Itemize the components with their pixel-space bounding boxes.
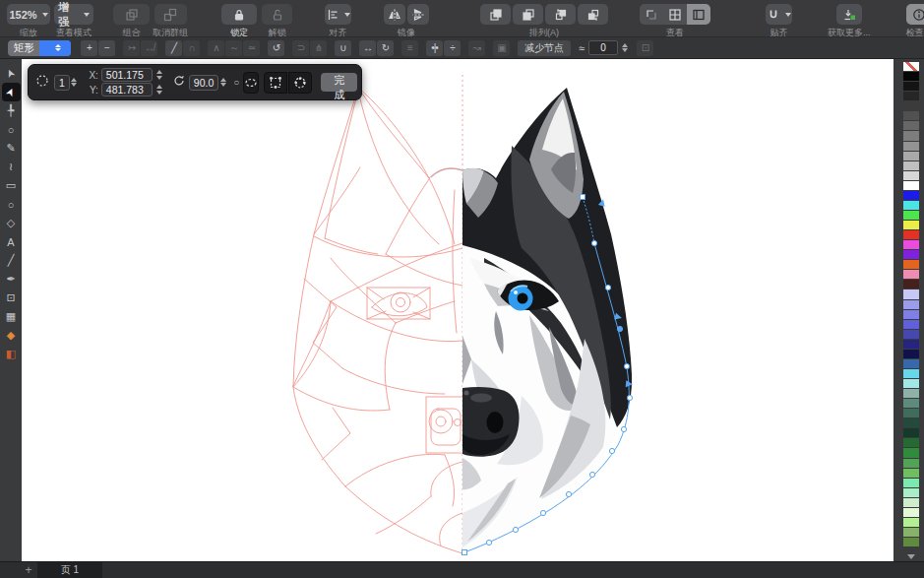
get-more-button[interactable] [836,4,862,25]
reverse-direction-button[interactable]: ↺ [268,40,284,56]
color-swatch-29[interactable] [903,359,919,368]
drop-shadow-tool[interactable]: ⊡ [2,289,21,307]
stretch-nodes-button[interactable]: ↔ [359,40,376,56]
fill-tool[interactable]: ◧ [2,345,21,363]
color-swatch-23[interactable] [903,300,919,309]
text-tool[interactable]: A [2,232,21,251]
delete-node-button[interactable]: − [98,40,115,56]
color-swatch-38[interactable] [903,448,919,457]
view-pixels-button[interactable] [663,4,687,25]
color-swatch-17[interactable] [903,240,919,249]
color-swatch-39[interactable] [903,459,919,468]
rotate-skew-nodes-button[interactable]: ↻ [377,40,394,56]
color-swatch-46[interactable] [903,528,919,537]
color-swatch-11[interactable] [903,181,919,190]
rectangle-tool[interactable]: ▭ [2,176,21,195]
pen-tool[interactable]: ✒ [2,270,21,289]
inspector-button[interactable] [906,4,924,25]
line-tool[interactable]: ╱ [2,251,21,270]
edit-nodes-mode-button[interactable] [264,72,287,94]
color-swatch-34[interactable] [903,409,919,417]
pick-tool[interactable]: ➤ [2,64,21,83]
color-swatch-40[interactable] [903,469,919,478]
canvas[interactable]: 1 X: 501.175 Y: 481.783 90.0 [22,59,893,561]
color-swatch-21[interactable] [903,280,919,289]
color-swatch-30[interactable] [903,369,919,378]
crop-tool[interactable]: ╄ [2,101,21,120]
rotation-angle-field[interactable]: 90.0 [189,75,218,91]
color-swatch-43[interactable] [903,498,919,507]
polygon-tool[interactable]: ◇ [2,214,21,232]
convert-to-line-button[interactable]: ╱ [165,40,182,56]
mirror-horizontal-button[interactable] [384,4,405,25]
copies-stepper[interactable] [70,75,79,90]
y-coordinate-field[interactable]: 481.783 [101,83,153,96]
eyedropper-tool[interactable]: ◆ [2,326,21,345]
close-curve-button[interactable]: ∪ [335,40,351,56]
color-swatch-22[interactable] [903,289,919,298]
zoom-level-dropdown[interactable]: 152% [7,4,50,25]
color-swatch-5[interactable] [903,121,919,130]
color-swatch-14[interactable] [903,211,919,220]
color-swatch-47[interactable] [903,538,919,546]
color-swatch-33[interactable] [903,399,919,408]
color-swatch-13[interactable] [903,201,919,210]
color-swatch-37[interactable] [903,438,919,447]
y-stepper[interactable] [155,84,164,96]
color-swatch-26[interactable] [903,330,919,339]
zoom-tool[interactable]: ○ [2,120,21,139]
color-swatch-12[interactable] [903,191,919,200]
color-swatch-7[interactable] [903,142,919,151]
color-swatch-32[interactable] [903,389,919,398]
lock-button[interactable] [221,4,257,25]
color-swatch-19[interactable] [903,260,919,269]
x-coordinate-field[interactable]: 501.175 [101,68,153,82]
swatch-no-color[interactable] [903,62,919,71]
ellipse-tool[interactable]: ○ [2,195,21,214]
color-swatch-4[interactable] [903,111,919,120]
reduce-nodes-button[interactable]: 减少节点 [518,40,571,56]
order-to-back-button[interactable] [513,4,543,25]
color-swatch-9[interactable] [903,161,919,170]
smoothing-stepper[interactable] [620,40,629,55]
color-swatch-8[interactable] [903,152,919,161]
x-stepper[interactable] [155,69,164,82]
color-swatch-1[interactable] [903,82,919,91]
smooth-curve-tool[interactable]: ≀ [2,158,21,176]
color-swatch-25[interactable] [903,320,919,329]
freehand-tool[interactable]: ✎ [2,139,21,158]
color-swatch-6[interactable] [903,131,919,140]
color-swatch-44[interactable] [903,508,919,517]
preset-dropdown[interactable]: 矩形 [8,40,71,56]
color-swatch-36[interactable] [903,428,919,437]
done-button[interactable]: 完成 [321,73,357,92]
color-swatch-0[interactable] [903,72,919,81]
color-swatch-28[interactable] [903,350,919,358]
reflect-vertical-button[interactable]: ÷ [444,40,461,56]
view-enhanced-button[interactable] [687,4,710,25]
color-swatch-41[interactable] [903,479,919,487]
color-swatch-24[interactable] [903,310,919,319]
order-back-one-button[interactable] [578,4,608,25]
color-swatch-16[interactable] [903,230,919,239]
ellipse-mode-button[interactable] [243,72,259,94]
select-nodes-mode-button[interactable] [288,72,312,94]
color-swatch-3[interactable] [903,101,919,110]
color-swatch-15[interactable] [903,221,919,229]
color-swatch-20[interactable] [903,270,919,279]
color-swatch-42[interactable] [903,488,919,497]
snap-dropdown[interactable] [766,4,792,25]
color-swatch-2[interactable] [903,92,919,100]
color-swatch-45[interactable] [903,518,919,527]
angle-stepper[interactable] [218,75,227,90]
color-swatch-27[interactable] [903,340,919,349]
color-swatch-18[interactable] [903,250,919,259]
color-swatch-31[interactable] [903,379,919,388]
color-swatch-10[interactable] [903,171,919,180]
shape-tool[interactable]: ➤ [2,83,21,101]
palette-more-button[interactable] [907,554,915,559]
order-to-front-button[interactable] [480,4,511,25]
view-mode-dropdown[interactable]: 增强 [54,4,93,25]
copies-field[interactable]: 1 [54,75,70,91]
align-dropdown[interactable] [325,4,351,25]
